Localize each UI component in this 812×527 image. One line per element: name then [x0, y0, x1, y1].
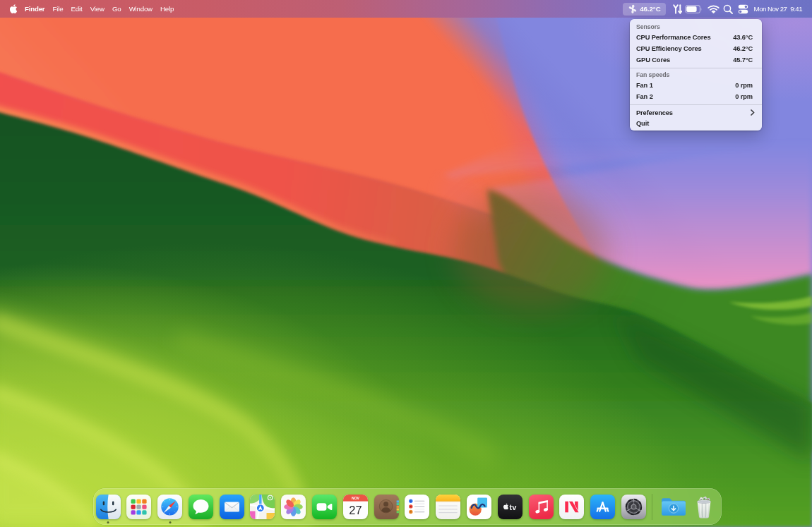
menu-item-label: CPU Efficiency Cores [636, 45, 702, 52]
menu-item-preferences[interactable]: Preferences [630, 107, 762, 119]
menu-bar-date: Mon Nov 27 [754, 5, 787, 13]
sliders-menubar-item[interactable] [673, 4, 682, 14]
search-icon [723, 4, 733, 14]
calendar-day: 27 [349, 504, 362, 516]
menu-finder[interactable]: Finder [17, 5, 49, 13]
wifi-menubar-item[interactable] [707, 5, 720, 13]
running-indicator [107, 521, 109, 523]
dock-app-reminders[interactable] [405, 495, 429, 519]
menu-window[interactable]: Window [125, 5, 156, 13]
menu-bar: Finder File Edit View Go Window Help 46.… [0, 0, 812, 18]
appstore-icon [590, 495, 615, 519]
menu-item-cpu-performance[interactable]: CPU Performance Cores 43.6°C [630, 32, 762, 43]
dock-separator [652, 494, 652, 520]
dock-app-calendar[interactable]: NOV 27 [343, 495, 368, 519]
menu-item-gpu-cores[interactable]: GPU Cores 45.7°C [630, 54, 762, 66]
sliders-icon [673, 4, 682, 14]
photos-icon [281, 495, 306, 519]
settings-icon [621, 495, 646, 519]
dock-app-settings[interactable] [621, 495, 646, 519]
menu-section-header: Sensors [630, 22, 762, 32]
desktop: Finder File Edit View Go Window Help 46.… [0, 0, 812, 527]
apple-menu[interactable] [10, 4, 18, 13]
menu-bar-time: 9:41 [790, 5, 802, 13]
reminders-icon [405, 495, 429, 519]
sensor-temperature: 46.2°C [640, 5, 660, 13]
dock-app-maps[interactable] [250, 495, 275, 519]
menu-bar-app-menus: Finder File Edit View Go Window Help [0, 0, 178, 18]
dock-app-facetime[interactable] [312, 495, 337, 519]
menu-item-cpu-efficiency[interactable]: CPU Efficiency Cores 46.2°C [630, 43, 762, 54]
music-icon [529, 495, 554, 519]
dock-app-freeform[interactable] [467, 495, 491, 519]
dock-app-news[interactable] [559, 495, 584, 519]
facetime-icon [312, 495, 337, 519]
menu-help[interactable]: Help [156, 5, 177, 13]
battery-menubar-item[interactable] [685, 5, 703, 13]
menu-item-label: Fan 1 [636, 82, 653, 89]
menu-item-label: GPU Cores [636, 56, 670, 63]
safari-icon [157, 495, 182, 519]
menu-item-value: 45.7°C [733, 56, 753, 63]
menu-item-label: Fan 2 [636, 93, 653, 100]
trash-icon [693, 495, 715, 519]
launchpad-icon [126, 495, 151, 519]
wifi-icon [707, 5, 720, 13]
freeform-icon [467, 495, 491, 519]
mail-icon [220, 495, 244, 519]
tv-label: tv [509, 503, 517, 511]
search-menubar-item[interactable] [723, 4, 733, 14]
dock-downloads-folder[interactable] [660, 495, 687, 519]
menu-item-fan-1[interactable]: Fan 1 0 rpm [630, 80, 762, 91]
calendar-icon: NOV 27 [343, 495, 368, 519]
menu-item-value: 0 rpm [735, 93, 753, 100]
dock-others [660, 495, 715, 519]
running-indicator [169, 521, 171, 523]
menu-section-header: Fan speeds [630, 71, 762, 80]
dock-trash[interactable] [693, 495, 715, 519]
menu-separator [630, 104, 762, 105]
dock-app-appstore[interactable] [590, 495, 615, 519]
dock-app-safari[interactable] [157, 495, 182, 519]
dock-app-launchpad[interactable] [126, 495, 151, 519]
dock-app-finder[interactable] [96, 495, 121, 519]
maps-icon [250, 495, 275, 519]
notes-icon [436, 495, 460, 519]
menu-item-fan-2[interactable]: Fan 2 0 rpm [630, 91, 762, 102]
menu-item-value: 46.2°C [733, 45, 753, 52]
submenu-chevron-icon [751, 109, 755, 116]
menu-file[interactable]: File [49, 5, 67, 13]
menu-item-quit[interactable]: Quit [630, 119, 762, 130]
finder-icon [96, 495, 121, 519]
dock-app-messages[interactable] [189, 495, 213, 519]
dock-app-music[interactable] [529, 495, 554, 519]
dock-app-contacts[interactable] [374, 495, 399, 519]
tv-icon: tv [498, 495, 523, 519]
menu-item-label: Preferences [636, 109, 673, 116]
messages-icon [189, 495, 213, 519]
contacts-icon [374, 495, 399, 519]
dock: NOV 27 [93, 488, 722, 525]
battery-icon [685, 5, 703, 13]
menu-item-value: 43.6°C [733, 34, 753, 41]
dock-app-photos[interactable] [281, 495, 306, 519]
menu-view[interactable]: View [86, 5, 108, 13]
menu-item-label: Quit [636, 120, 649, 127]
menu-go[interactable]: Go [108, 5, 125, 13]
dock-apps: NOV 27 [96, 495, 647, 519]
downloads-folder-icon [660, 495, 687, 519]
sensor-menubar-item[interactable]: 46.2°C [623, 3, 666, 16]
apple-icon [10, 4, 18, 13]
control-center-icon [738, 4, 748, 14]
menu-item-label: CPU Performance Cores [636, 34, 710, 41]
menu-bar-clock[interactable]: Mon Nov 27 9:41 [754, 5, 802, 13]
dock-app-tv[interactable]: tv [498, 495, 523, 519]
dock-app-mail[interactable] [220, 495, 244, 519]
menu-edit[interactable]: Edit [67, 5, 86, 13]
dock-app-notes[interactable] [436, 495, 460, 519]
news-icon [559, 495, 584, 519]
calendar-month: NOV [352, 496, 360, 500]
menu-item-value: 0 rpm [735, 82, 753, 89]
sensors-menu: Sensors CPU Performance Cores 43.6°C CPU… [630, 19, 762, 131]
control-center-menubar-item[interactable] [738, 4, 748, 14]
